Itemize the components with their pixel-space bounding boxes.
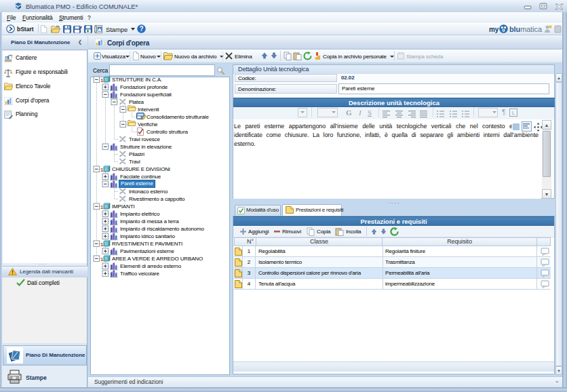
svg-text:?: ? <box>139 25 143 33</box>
